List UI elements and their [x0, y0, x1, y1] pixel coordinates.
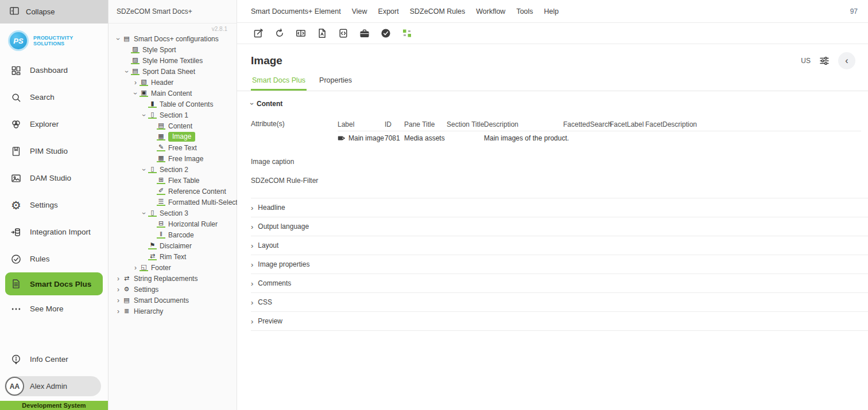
menu-item-workflow[interactable]: Workflow [476, 7, 505, 15]
chevron-left-icon: ‹ [845, 56, 848, 66]
pdf-export-icon[interactable] [316, 28, 328, 39]
sidebar-item-smart-docs-plus[interactable]: Smart Docs Plus [5, 272, 103, 295]
pen-icon: ✎ [157, 144, 165, 151]
chevron-right-icon[interactable]: › [114, 296, 122, 304]
chevron-down-icon[interactable]: › [131, 89, 140, 97]
notification-count[interactable]: 97 [850, 7, 868, 15]
chevron-right-icon[interactable]: › [131, 79, 140, 87]
chevron-right-icon[interactable]: › [131, 264, 140, 272]
tree-node-section-2[interactable]: ›▯Section 2 [108, 164, 237, 175]
tree-node-string-replacements[interactable]: ›⇄String Replacements [108, 273, 237, 284]
tree-node-label: Section 2 [160, 166, 188, 174]
tree-node-free-image[interactable]: ▦Free Image [108, 153, 237, 164]
tree-node-reference-content[interactable]: ✐Reference Content [108, 186, 237, 197]
filter-sliders-icon[interactable] [819, 55, 830, 67]
tree-panel: SDZeCOM Smart Docs+ v2.8.1 ›▤Smart Docs+… [108, 0, 237, 410]
sidebar-item-rules[interactable]: Rules [0, 245, 108, 272]
collapse-detail-button[interactable]: ‹ [838, 52, 855, 69]
tree-node-main-content[interactable]: ›▣Main Content [108, 88, 237, 99]
tree-node-sport-data-sheet[interactable]: ›▤Sport Data Sheet [108, 66, 237, 77]
tree-node-smart-docs-configurations[interactable]: ›▤Smart Docs+ configurations [108, 33, 237, 44]
tree-node-smart-documents[interactable]: ›▤Smart Documents [108, 295, 237, 306]
chevron-right-icon[interactable]: › [114, 275, 122, 283]
sidebar-item-pim-studio[interactable]: PIM Studio [0, 138, 108, 165]
paperclip-icon: ✐ [157, 188, 165, 195]
sidebar-item-integration-import[interactable]: Integration Import [0, 218, 108, 245]
book-preview-icon[interactable] [295, 28, 307, 39]
tree-node-footer[interactable]: ›◱Footer [108, 262, 237, 273]
accordion-css[interactable]: ›CSS [251, 293, 868, 312]
accordion-preview[interactable]: ›Preview [251, 312, 868, 331]
tree-node-settings[interactable]: ›⚙Settings [108, 284, 237, 295]
accordion-comments[interactable]: ›Comments [251, 274, 868, 293]
briefcase-icon[interactable] [359, 28, 370, 39]
column-header-facettedsearch: FacettedSearch [563, 120, 610, 128]
tree-node-formatted-multi-select[interactable]: ☰Formatted Multi-Select [108, 197, 237, 208]
tree-node-barcode[interactable]: ‖Barcode [108, 229, 237, 240]
user-menu[interactable]: AA Alex Admin [5, 376, 101, 396]
chevron-right-icon[interactable]: › [114, 307, 122, 315]
chevron-down-icon[interactable]: › [140, 209, 148, 217]
content-section-header[interactable]: › Content [237, 97, 868, 111]
menu-item-smart-documents-element[interactable]: Smart Documents+ Element [251, 7, 341, 15]
tree-node-free-text[interactable]: ✎Free Text [108, 142, 237, 153]
structure-icon[interactable] [401, 28, 413, 39]
title-controls: US ‹ [801, 52, 855, 69]
tab-properties[interactable]: Properties [318, 73, 353, 91]
tree-node-section-1[interactable]: ›▯Section 1 [108, 110, 237, 120]
tree-node-header[interactable]: ›▧Header [108, 77, 237, 88]
chevron-down-icon[interactable]: › [114, 35, 122, 43]
accordion-layout[interactable]: ›Layout [251, 236, 868, 255]
chevron-down-icon[interactable]: › [123, 68, 131, 76]
collapse-button[interactable]: Collapse [0, 0, 108, 24]
menu-item-help[interactable]: Help [544, 7, 559, 15]
edit-icon[interactable] [253, 28, 264, 39]
sidebar-item-info-center[interactable]: Info Center [0, 346, 108, 373]
accordion-output-language[interactable]: ›Output language [251, 217, 868, 236]
tree-node-section-3[interactable]: ›▯Section 3 [108, 208, 237, 218]
accordion-image-properties[interactable]: ›Image properties [251, 255, 868, 274]
chevron-right-icon: › [251, 317, 253, 326]
sidebar-item-search[interactable]: Search [0, 84, 108, 111]
sidebar-item-dam-studio[interactable]: DAM Studio [0, 165, 108, 192]
tree-node-image[interactable]: ▦Image [108, 131, 237, 142]
menu-item-export[interactable]: Export [378, 7, 399, 15]
tree-node-label: Reference Content [168, 188, 226, 196]
table-row[interactable]: Main image7081Media assetsMain images of… [338, 131, 861, 145]
column-header-facetdescription: FacetDescription [645, 120, 861, 128]
tree-node-style-sport[interactable]: ▨Style Sport [108, 44, 237, 55]
check-circle-icon[interactable] [380, 28, 392, 39]
accordion-headline[interactable]: ›Headline [251, 198, 868, 217]
sidebar-item-dashboard[interactable]: Dashboard [0, 57, 108, 84]
sidebar-item-settings[interactable]: ⚙Settings [0, 192, 108, 218]
tree-node-label: Header [151, 79, 173, 87]
tree-node-hierarchy[interactable]: ›≣Hierarchy [108, 306, 237, 317]
tab-smart-docs-plus[interactable]: Smart Docs Plus [251, 73, 307, 91]
hierarchy-icon: ≣ [122, 308, 131, 314]
code-export-icon[interactable] [338, 28, 349, 39]
menu-item-sdzecom-rules[interactable]: SDZeCOM Rules [410, 7, 466, 15]
sidebar-item-see-more[interactable]: See More [0, 295, 108, 322]
tree-node-flex-table[interactable]: ⊞Flex Table [108, 175, 237, 186]
tree-node-label: Hierarchy [134, 307, 163, 315]
chevron-down-icon[interactable]: › [140, 111, 148, 119]
tree-node-rim-text[interactable]: ⇄Rim Text [108, 251, 237, 262]
chevron-down-icon[interactable]: › [140, 166, 148, 174]
chevron-right-icon: › [251, 222, 253, 231]
menu-item-tools[interactable]: Tools [516, 7, 533, 15]
reload-icon[interactable] [274, 28, 285, 39]
dam-studio-icon [10, 173, 22, 184]
tree-node-content[interactable]: ▤Content [108, 120, 237, 131]
tree-node-horizontal-ruler[interactable]: ⊟Horizontal Ruler [108, 218, 237, 229]
locale-selector[interactable]: US [801, 57, 811, 65]
tree-node-table-of-contents[interactable]: ▮Table of Contents [108, 99, 237, 110]
tree-node-style-home-textiles[interactable]: ▨Style Home Textiles [108, 55, 237, 66]
menu-item-view[interactable]: View [352, 7, 367, 15]
section-icon: ▯ [148, 166, 157, 173]
tree-node-disclaimer[interactable]: ⚑Disclaimer [108, 240, 237, 251]
chevron-right-icon[interactable]: › [114, 286, 122, 294]
section-icon: ▯ [148, 209, 157, 217]
tree-node-label: Main Content [151, 89, 192, 97]
chevron-down-icon: › [248, 103, 256, 105]
sidebar-item-explorer[interactable]: Explorer [0, 111, 108, 138]
